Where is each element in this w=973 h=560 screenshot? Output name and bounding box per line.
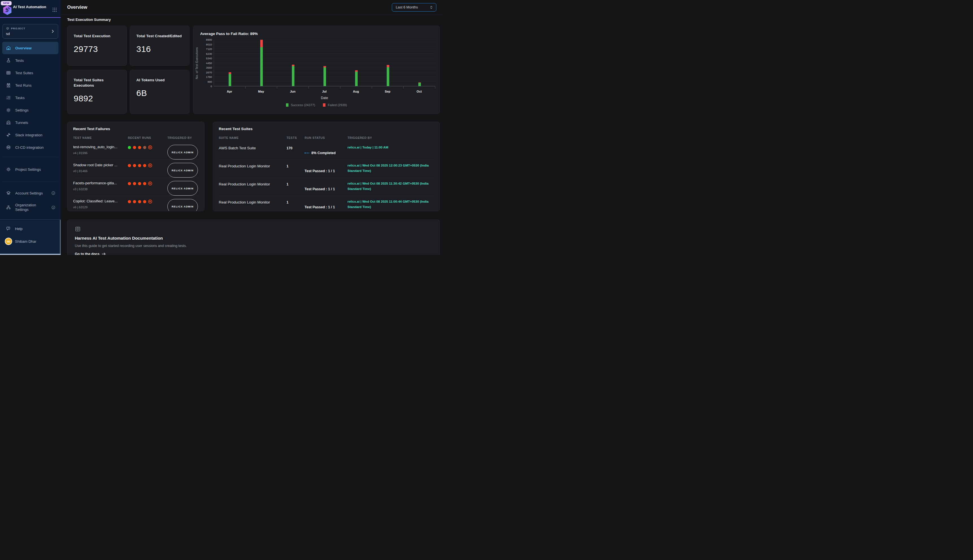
app-switcher-grid-icon[interactable]: [52, 7, 57, 12]
sidebar: NEW AI Test Automation: [0, 0, 61, 255]
sidebar-item-label: Tasks: [15, 96, 25, 100]
column-header: TRIGGERED BY: [348, 136, 434, 140]
table-header: SUITE NAME TESTS RUN STATUS TRIGGERED BY: [219, 136, 434, 140]
chart-x-axis-title: Date: [214, 96, 435, 100]
sidebar-item-label: Test Runs: [15, 83, 32, 88]
sidebar-item-label: Help: [15, 227, 23, 231]
section-title: Test Execution Summary: [67, 18, 111, 22]
sidebar-item-help[interactable]: ? Help: [2, 223, 58, 234]
svg-text:?: ?: [8, 227, 9, 229]
table-row[interactable]: Copilot: Classified: Leave...v6 | 63129 …: [73, 196, 198, 211]
sidebar-item-label: Organization Settings: [15, 203, 47, 212]
documentation-card: Harness AI Test Automation Documentation…: [67, 220, 440, 255]
triggered-by-link[interactable]: relicx.ai | Wed Oct 08 2025 12:00:23 GMT…: [348, 163, 434, 178]
column-header: RUN STATUS: [305, 136, 348, 140]
table-row[interactable]: Real Production Login Monitor 1 Test Pas…: [219, 160, 434, 178]
sidebar-item-organization-settings[interactable]: Organization Settings: [2, 199, 58, 216]
book-icon: [75, 226, 432, 232]
table-row[interactable]: AWS Batch Test Suite 170 8% Completed re…: [219, 142, 434, 160]
arrow-right-icon: [102, 252, 106, 255]
suite-name: Real Production Login Monitor: [219, 181, 287, 196]
triggered-by-button[interactable]: RELICX ADMIN: [167, 163, 198, 178]
metric-card-ai-tokens: AI Tokens Used 6B: [130, 70, 189, 114]
sidebar-item-slack-integration[interactable]: Slack integration: [2, 129, 58, 141]
column-header: RECENT RUNS: [128, 136, 167, 140]
run-status: 8% Completed: [305, 145, 348, 160]
test-name: Copilot: Classified: Leave...: [73, 199, 128, 203]
suite-tests-count: 1: [287, 181, 305, 196]
triggered-by-button[interactable]: RELICX ADMIN: [167, 181, 198, 196]
docs-link[interactable]: Go to the docs: [75, 252, 432, 255]
legend-swatch-failed: [323, 103, 325, 107]
metric-title: AI Tokens Used: [137, 77, 183, 83]
sidebar-item-tests[interactable]: Tests: [2, 54, 58, 67]
sidebar-item-test-suites[interactable]: Test Suites: [2, 67, 58, 79]
app-logo-icon: [3, 5, 12, 15]
user-menu[interactable]: SD Shibam Dhar: [2, 236, 58, 247]
sidebar-item-label: Account Settings: [15, 191, 43, 195]
triggered-by-link[interactable]: relicx.ai | Wed Oct 08 2025 11:30:42 GMT…: [348, 181, 434, 196]
metric-title: Total Test Suites Executions: [74, 77, 110, 88]
table-row[interactable]: Real Production Login Monitor 1 Test Pas…: [219, 196, 434, 211]
metric-value: 6B: [137, 88, 183, 98]
sidebar-item-label: Project Settings: [15, 167, 41, 172]
test-meta: v6 | 63129: [73, 205, 128, 209]
triggered-by-button[interactable]: RELICX ADMIN: [167, 145, 198, 160]
run-status: Test Passed : 1 / 1: [305, 181, 348, 196]
sidebar-horizontal-scrollbar[interactable]: [0, 254, 61, 255]
recent-run-dots: [128, 163, 167, 168]
metric-title: Total Test Execution: [74, 33, 120, 39]
triggered-by-link[interactable]: relicx.ai | Wed Oct 08 2025 11:00:44 GMT…: [348, 199, 434, 211]
app-title: AI Test Automation: [13, 5, 48, 9]
sidebar-bottom-panel: ? Help SD Shibam Dhar: [0, 219, 61, 254]
legend-swatch-success: [286, 103, 288, 107]
chart-y-tick-labels: 0890178026703560445053406230712080108900: [200, 40, 212, 87]
legend-item-success: Success (24377): [286, 103, 315, 107]
sidebar-item-cicd-integration[interactable]: CI-CD integration: [2, 141, 58, 153]
chart-x-tick-labels: AprMayJunJulAugSepOct: [214, 90, 435, 94]
triggered-by-button[interactable]: RELICX ADMIN: [167, 199, 198, 211]
sidebar-item-settings[interactable]: Settings: [2, 104, 58, 116]
sidebar-item-account-settings[interactable]: Account Settings: [2, 187, 58, 199]
suite-name: Real Production Login Monitor: [219, 163, 287, 178]
info-icon[interactable]: [51, 205, 56, 210]
column-header: TRIGGERED BY: [167, 136, 198, 140]
chart-plot: [214, 40, 435, 87]
recent-run-dots: [128, 145, 167, 150]
sidebar-item-label: Settings: [15, 108, 28, 112]
table-row[interactable]: Shadow root Date picker ...v0 | 81466 RE…: [73, 160, 198, 178]
project-value: sd: [6, 32, 10, 36]
sidebar-vertical-scrollbar[interactable]: [60, 220, 61, 254]
metric-card-total-test-execution: Total Test Execution 29773: [67, 26, 127, 66]
sidebar-item-label: Tests: [15, 58, 24, 63]
panel-title: Recent Test Suites: [219, 127, 253, 131]
table-row[interactable]: test-removing_auto_login...v4 | 81996 RE…: [73, 142, 198, 160]
infinity-cicd-icon: [6, 145, 11, 150]
sidebar-item-label: Tunnels: [15, 120, 28, 125]
metric-value: 29773: [74, 44, 120, 54]
test-meta: v0 | 81466: [73, 169, 128, 173]
sidebar-item-overview[interactable]: Overview: [2, 42, 58, 54]
table-row[interactable]: Real Production Login Monitor 1 Test Pas…: [219, 178, 434, 196]
table-row[interactable]: Facets-performance-gitla...v3 | 63238 RE…: [73, 178, 198, 196]
project-cube-icon: [6, 27, 9, 30]
sidebar-header: NEW AI Test Automation: [0, 0, 61, 18]
home-icon: [6, 45, 11, 50]
sidebar-item-tunnels[interactable]: Tunnels: [2, 116, 58, 129]
recent-run-dots: [128, 181, 167, 186]
test-runs-icon: [6, 83, 11, 88]
sidebar-item-test-runs[interactable]: Test Runs: [2, 79, 58, 92]
main-content: Overview Last 6 Months Test Execution Su…: [61, 0, 443, 255]
suite-tests-count: 170: [287, 145, 305, 160]
sidebar-item-label: Slack integration: [15, 133, 42, 137]
time-range-select[interactable]: Last 6 Months: [392, 3, 437, 12]
sidebar-item-tasks[interactable]: Tasks: [2, 92, 58, 104]
info-icon[interactable]: [51, 191, 56, 195]
sidebar-item-label: CI-CD integration: [15, 145, 43, 150]
triggered-by-link[interactable]: relicx.ai | Today | 11:00 AM: [348, 145, 434, 160]
sidebar-item-project-settings[interactable]: Project Settings: [2, 163, 58, 175]
project-selector[interactable]: PROJECT sd: [3, 24, 58, 39]
table-header: TEST NAME RECENT RUNS TRIGGERED BY: [73, 136, 198, 140]
sidebar-item-label: Overview: [15, 46, 32, 50]
docs-title: Harness AI Test Automation Documentation: [75, 236, 432, 240]
